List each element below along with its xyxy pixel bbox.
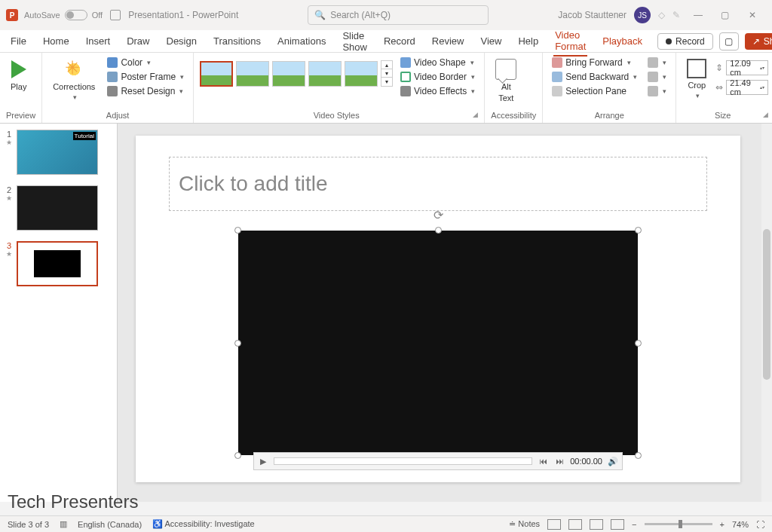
gallery-scroll[interactable]: ▴ ▾ ▾ [381, 60, 393, 87]
zoom-level[interactable]: 74% [732, 520, 749, 529]
video-effects-button[interactable]: Video Effects▾ [397, 84, 478, 98]
resize-handle[interactable] [234, 452, 241, 459]
thumbnail-row-3[interactable]: 3★ [5, 241, 112, 286]
close-button[interactable]: ✕ [739, 5, 766, 26]
record-button[interactable]: Record [657, 33, 713, 50]
tab-help[interactable]: Help [516, 32, 540, 50]
slide-canvas[interactable]: Click to add title ⟳ ▶ ⏮ ⏭ 00:00.00 🔊 [118, 124, 772, 502]
tab-record[interactable]: Record [382, 32, 417, 50]
diamond-icon[interactable]: ◇ [658, 10, 665, 20]
style-thumb-3[interactable] [272, 61, 305, 87]
title-placeholder[interactable]: Click to add title [169, 157, 707, 211]
play-button[interactable]: Play [6, 56, 31, 94]
search-input[interactable]: 🔍 Search (Alt+Q) [308, 5, 489, 25]
volume-icon[interactable]: 🔊 [607, 457, 619, 466]
step-back-icon[interactable]: ⏮ [537, 457, 549, 466]
dialog-launcher-icon[interactable]: ◢ [763, 111, 768, 118]
style-thumb-2[interactable] [236, 61, 269, 87]
resize-handle[interactable] [635, 340, 642, 347]
reset-design-button[interactable]: Reset Design▾ [104, 84, 187, 98]
autosave-label: AutoSave [24, 11, 60, 20]
scroll-thumb[interactable] [763, 229, 770, 380]
align-button[interactable]: ▾ [645, 56, 669, 69]
notes-button[interactable]: ≐ Notes [509, 519, 540, 529]
rotate-button[interactable]: ▾ [645, 84, 669, 98]
minimize-button[interactable]: — [685, 5, 712, 26]
slide-thumb-1[interactable]: Tutorial [17, 130, 98, 175]
avatar[interactable]: JS [634, 7, 651, 23]
tab-home[interactable]: Home [41, 32, 71, 50]
chevron-down-icon[interactable]: ▾ [381, 69, 392, 78]
accessibility-status[interactable]: ♿ Accessibility: Investigate [152, 519, 255, 529]
crop-button[interactable]: Crop ▾ [682, 56, 711, 102]
slide-thumb-3[interactable] [17, 241, 98, 286]
play-icon[interactable]: ▶ [257, 457, 269, 466]
poster-frame-button[interactable]: Poster Frame▾ [104, 70, 187, 84]
fit-to-window-button[interactable]: ⛶ [756, 520, 764, 529]
corrections-button[interactable]: Corrections ▾ [48, 56, 100, 104]
video-object[interactable]: ⟳ [238, 231, 638, 455]
tab-transitions[interactable]: Transitions [212, 32, 262, 50]
sorter-view-button[interactable] [568, 519, 582, 530]
reading-view-button[interactable] [590, 519, 603, 530]
expand-icon[interactable]: ▾ [381, 78, 392, 86]
video-shape-button[interactable]: Video Shape▾ [397, 56, 478, 69]
toggle-switch-icon[interactable] [65, 10, 87, 20]
book-icon[interactable]: ▥ [60, 519, 67, 529]
tab-insert[interactable]: Insert [84, 32, 112, 50]
selection-pane-button[interactable]: Selection Pane [549, 84, 640, 98]
tab-review[interactable]: Review [430, 32, 466, 50]
send-backward-button[interactable]: Send Backward▾ [549, 70, 640, 84]
resize-handle[interactable] [234, 227, 241, 234]
resize-handle[interactable] [234, 340, 241, 347]
rotate-handle-icon[interactable]: ⟳ [433, 208, 443, 222]
chevron-down-icon: ▾ [470, 59, 474, 66]
height-input[interactable]: 12.09 cm▴▾ [726, 60, 768, 75]
alt-text-button[interactable]: Alt Text [491, 56, 521, 105]
group-objects-button[interactable]: ▾ [645, 70, 669, 84]
slideshow-view-button[interactable] [611, 519, 624, 530]
resize-handle[interactable] [635, 452, 642, 459]
tab-slideshow[interactable]: Slide Show [341, 27, 369, 56]
tab-draw[interactable]: Draw [125, 32, 151, 50]
vertical-scrollbar[interactable] [761, 124, 772, 502]
normal-view-button[interactable] [547, 519, 561, 530]
tab-playback[interactable]: Playback [601, 32, 644, 50]
bring-forward-button[interactable]: Bring Forward▾ [549, 56, 640, 69]
chevron-up-icon[interactable]: ▴ [381, 61, 392, 69]
spinner-icon[interactable]: ▴▾ [760, 85, 764, 90]
video-scrubber[interactable] [274, 457, 532, 465]
style-thumb-5[interactable] [345, 61, 378, 87]
tab-file[interactable]: File [9, 32, 28, 50]
pencil-icon[interactable]: ✎ [672, 10, 680, 20]
resize-handle[interactable] [435, 227, 442, 234]
tab-video-format[interactable]: Video Format [553, 26, 587, 57]
thumbnail-row-2[interactable]: 2★ [5, 185, 112, 231]
spinner-icon[interactable]: ▴▾ [760, 66, 764, 70]
slide-counter[interactable]: Slide 3 of 3 [8, 520, 49, 529]
present-icon-button[interactable]: ▢ [719, 32, 739, 50]
n3: 3 [7, 241, 11, 250]
style-thumb-4[interactable] [308, 61, 342, 87]
slide-thumb-2[interactable] [17, 185, 98, 231]
styles-gallery[interactable]: ▴ ▾ ▾ [200, 56, 393, 87]
tab-view[interactable]: View [479, 32, 503, 50]
maximize-button[interactable]: ▢ [712, 5, 739, 26]
thumbnail-row-1[interactable]: 1★ Tutorial [5, 130, 112, 175]
zoom-in-button[interactable]: + [720, 520, 725, 529]
width-input[interactable]: 21.49 cm▴▾ [726, 80, 768, 95]
video-border-button[interactable]: Video Border▾ [397, 70, 478, 84]
tab-design[interactable]: Design [165, 32, 198, 50]
style-thumb-1[interactable] [200, 61, 233, 87]
share-button[interactable]: ↗ Share ▾ [745, 33, 772, 50]
color-button[interactable]: Color▾ [104, 56, 187, 69]
dialog-launcher-icon[interactable]: ◢ [473, 111, 478, 118]
save-icon[interactable] [110, 10, 121, 20]
resize-handle[interactable] [635, 227, 642, 234]
language-status[interactable]: English (Canada) [78, 520, 142, 529]
tab-animations[interactable]: Animations [276, 32, 327, 50]
zoom-slider[interactable] [645, 523, 712, 525]
step-forward-icon[interactable]: ⏭ [553, 457, 565, 466]
autosave-toggle[interactable]: AutoSave Off [24, 10, 103, 20]
zoom-out-button[interactable]: − [632, 520, 636, 529]
